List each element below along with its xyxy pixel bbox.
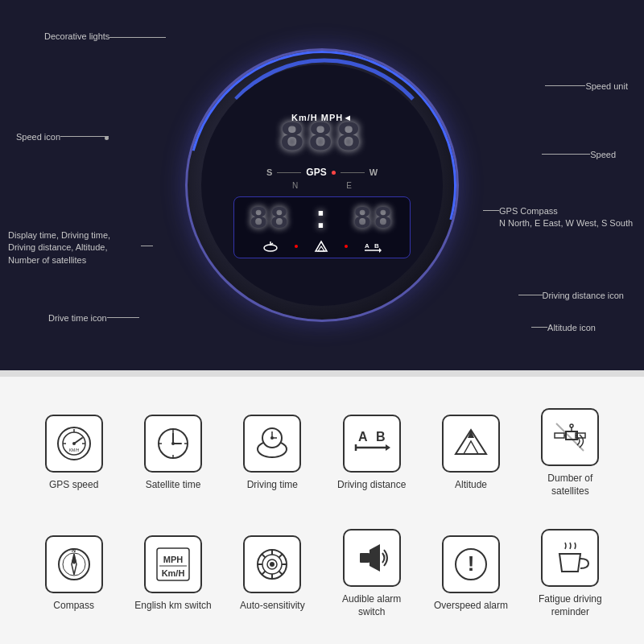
svg-line-79 [279, 554, 283, 558]
icon-label-english-km: English km switch [134, 600, 211, 613]
svg-marker-82 [369, 544, 380, 572]
icon-box-auto-sensitivity [243, 535, 301, 593]
annotation-speed: Speed [590, 149, 616, 161]
icon-box-driving-time [243, 415, 301, 473]
exclamation-icon: ! [451, 544, 491, 584]
svg-line-59 [556, 423, 584, 451]
svg-text:MPH: MPH [163, 555, 184, 564]
driving-time-icon [251, 423, 293, 464]
svg-line-77 [262, 554, 266, 558]
svg-point-13 [264, 245, 277, 251]
satellite-time-icon [153, 423, 193, 464]
svg-text:B: B [376, 430, 386, 444]
svg-marker-50 [464, 441, 478, 454]
icon-box-fatigue-driving [541, 529, 599, 587]
icon-label-driving-time: Driving time [247, 479, 298, 492]
svg-text:!: ! [468, 551, 475, 576]
icon-box-satellites [541, 408, 599, 466]
icon-item-altitude: Altitude [431, 415, 511, 492]
svg-point-26 [72, 442, 76, 445]
annotation-decorative-lights: Decorative lights [44, 31, 109, 43]
svg-text:KM/H: KM/H [68, 448, 79, 452]
icon-item-english-km: MPH Km/H English km switch [133, 535, 213, 613]
icon-item-satellite-time: Satellite time [133, 415, 213, 492]
ab-distance-small-icon: A B [364, 240, 382, 253]
icon-item-auto-sensitivity: Auto-sensitivity [232, 535, 312, 613]
unit-switch-icon: MPH Km/H [153, 544, 193, 584]
icon-item-gps-speed: KM/H GPS speed [34, 415, 114, 492]
speed-unit-label: Km/H MPH◄ [291, 113, 353, 122]
icon-label-satellites: Dumber of satellites [530, 473, 610, 497]
svg-text:A: A [358, 430, 368, 444]
icon-label-gps-speed: GPS speed [49, 479, 98, 492]
gps-row: S GPS W [266, 167, 378, 178]
icon-item-fatigue-driving: Fatigue driving reminder [530, 529, 610, 618]
icon-item-audible-alarm: Audible alarm switch [332, 529, 412, 618]
icon-box-driving-distance: A B [343, 415, 401, 473]
icon-label-driving-distance: Driving distance [337, 479, 406, 492]
svg-text:A: A [365, 242, 369, 250]
bottom-icons-row: A B [242, 240, 402, 253]
icon-box-overspeed-alarm: ! [442, 535, 500, 593]
svg-rect-53 [555, 433, 564, 438]
gps-speed-icon: KM/H [54, 423, 94, 464]
drive-time-icon [262, 240, 279, 253]
gps-dot [332, 171, 336, 175]
speed-unit-display: Km/H MPH◄ [291, 113, 353, 122]
auto-sens-icon [252, 544, 292, 584]
driving-distance-icon: A B [352, 423, 392, 464]
svg-rect-81 [360, 553, 369, 563]
icon-label-altitude: Altitude [455, 479, 487, 492]
coffee-icon [550, 538, 590, 578]
icon-item-overspeed-alarm: ! Overspeed alarm [431, 535, 511, 613]
altitude-icon [451, 423, 491, 464]
altitude-small-icon [314, 240, 328, 253]
annotation-driving-distance-icon: Driving distance icon [543, 290, 625, 302]
icon-label-auto-sensitivity: Auto-sensitivity [240, 600, 305, 613]
icon-item-driving-distance: A B Driving distance [332, 415, 412, 492]
gauge-container: 0 1 2 3 4 6 8 10 N S W E [185, 48, 459, 322]
svg-point-58 [570, 424, 573, 427]
svg-marker-22 [379, 248, 382, 253]
time-display-box: 88 : 88 [233, 196, 411, 258]
annotation-drive-time-icon: Drive time icon [48, 312, 107, 324]
icon-box-satellite-time [144, 415, 202, 473]
icon-box-gps-speed: KM/H [45, 415, 103, 473]
svg-point-43 [270, 436, 274, 440]
icon-box-altitude [442, 415, 500, 473]
svg-line-80 [262, 572, 266, 576]
icon-box-english-km: MPH Km/H [144, 535, 202, 593]
icon-label-overspeed-alarm: Overspeed alarm [434, 600, 508, 613]
speed-display: 888 [279, 118, 365, 160]
svg-text:Km/H: Km/H [162, 568, 185, 578]
icon-label-audible-alarm: Audible alarm switch [332, 593, 412, 618]
annotation-speed-icon: Speed icon [16, 131, 60, 143]
svg-point-34 [171, 442, 175, 445]
icon-item-compass: N Compass [34, 535, 114, 613]
svg-text:B: B [374, 242, 379, 250]
icons-grid: KM/H GPS speed Satellite time [0, 377, 644, 644]
gps-label: GPS [306, 167, 326, 178]
svg-line-78 [279, 572, 283, 576]
satellites-icon [550, 417, 590, 457]
icon-item-driving-time: Driving time [232, 415, 312, 492]
svg-marker-47 [386, 444, 390, 451]
svg-marker-18 [318, 246, 324, 251]
hud-display: 0 1 2 3 4 6 8 10 N S W E [0, 0, 644, 370]
icon-item-satellites: Dumber of satellites [530, 408, 610, 497]
icon-box-compass: N [45, 535, 103, 593]
icon-box-audible-alarm [343, 529, 401, 587]
compass-icon: N [54, 544, 94, 584]
section-divider [0, 370, 644, 377]
svg-text:N: N [72, 547, 76, 553]
annotation-altitude-icon: Altitude icon [547, 322, 596, 334]
annotation-gps-compass: GPS CompassN North, E East, W West, S So… [499, 205, 636, 230]
speaker-icon [352, 538, 392, 578]
svg-point-72 [270, 562, 275, 567]
annotation-display-info: Display time, Driving time,Driving dista… [8, 229, 141, 266]
gauge-inner: Km/H MPH◄ 888 S GPS W NE [201, 64, 443, 306]
svg-point-16 [270, 244, 271, 246]
gauge-outer: 0 1 2 3 4 6 8 10 N S W E [185, 48, 459, 322]
icon-label-compass: Compass [53, 600, 94, 613]
annotation-speed-unit: Speed unit [585, 80, 628, 93]
